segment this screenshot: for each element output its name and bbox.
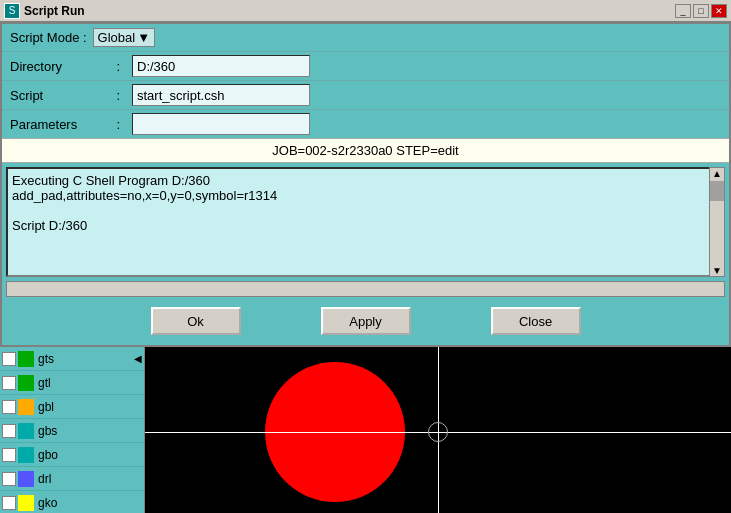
layer-color [18,495,34,511]
apply-button[interactable]: Apply [321,307,411,335]
directory-label: Directory : [2,55,132,78]
layer-item[interactable]: gbs [0,419,144,443]
layer-color [18,351,34,367]
layer-panel: gts◀gtlgblgbsgbodrlgkogdlrou [0,347,145,513]
crosshair-center [428,422,448,442]
canvas-area [145,347,731,513]
layer-name: gbo [38,448,58,462]
layer-checkbox[interactable] [2,472,16,486]
layer-name: gtl [38,376,51,390]
parameters-row: Parameters : [2,109,729,138]
layer-color [18,471,34,487]
layer-item[interactable]: gbl [0,395,144,419]
layer-checkbox[interactable] [2,496,16,510]
script-mode-label: Script Mode : [10,30,87,45]
layer-item[interactable]: gbo [0,443,144,467]
horizontal-scrollbar[interactable] [6,281,725,297]
layer-item[interactable]: gko [0,491,144,513]
layer-checkbox[interactable] [2,400,16,414]
layer-item[interactable]: gtl [0,371,144,395]
script-label: Script : [2,84,132,107]
layer-color [18,423,34,439]
status-text: JOB=002-s2r2330a0 STEP=edit [272,143,458,158]
layer-checkbox[interactable] [2,376,16,390]
script-run-dialog: Script Mode : Global ▼ Directory : Scrip… [0,22,731,347]
ok-button[interactable]: Ok [151,307,241,335]
script-mode-dropdown[interactable]: Global ▼ [93,28,155,47]
output-area-wrapper: Executing C Shell Program D:/360 add_pad… [2,163,729,281]
script-input[interactable] [132,84,310,106]
layer-item[interactable]: drl [0,467,144,491]
parameters-input[interactable] [132,113,310,135]
layer-checkbox[interactable] [2,448,16,462]
dropdown-arrow: ▼ [137,30,150,45]
window-controls: _ □ ✕ [675,4,727,18]
layer-name: gts [38,352,54,366]
layer-name: gbl [38,400,54,414]
maximize-button[interactable]: □ [693,4,709,18]
script-row: Script : [2,80,729,109]
layer-name: gbs [38,424,57,438]
layer-item[interactable]: gts◀ [0,347,144,371]
output-area: Executing C Shell Program D:/360 add_pad… [6,167,725,277]
parameters-label: Parameters : [2,113,132,136]
layer-name: gko [38,496,57,510]
layer-color [18,447,34,463]
window-title: Script Run [24,4,85,18]
directory-row: Directory : [2,51,729,80]
script-mode-value: Global [98,30,136,45]
vertical-scrollbar[interactable]: ▲ ▼ [709,167,725,277]
layer-arrow-icon[interactable]: ◀ [134,353,142,364]
bottom-area: gts◀gtlgblgbsgbodrlgkogdlrou [0,347,731,513]
layer-checkbox[interactable] [2,424,16,438]
button-row: Ok Apply Close [2,299,729,345]
close-window-button[interactable]: ✕ [711,4,727,18]
title-bar: S Script Run _ □ ✕ [0,0,731,22]
close-button[interactable]: Close [491,307,581,335]
script-mode-row: Script Mode : Global ▼ [2,24,729,51]
layer-checkbox[interactable] [2,352,16,366]
layer-name: drl [38,472,51,486]
layer-color [18,399,34,415]
directory-input[interactable] [132,55,310,77]
app-icon: S [4,3,20,19]
layer-color [18,375,34,391]
status-bar: JOB=002-s2r2330a0 STEP=edit [2,138,729,163]
minimize-button[interactable]: _ [675,4,691,18]
